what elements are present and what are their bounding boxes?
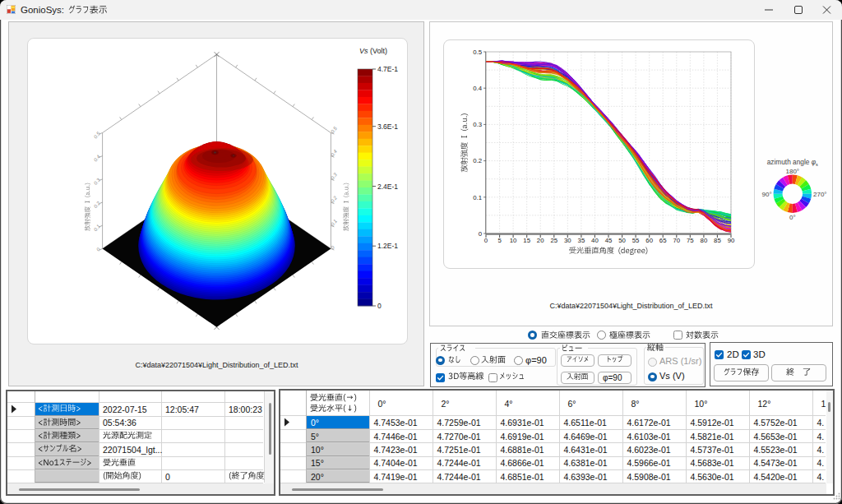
svg-text:Vs (Volt): Vs (Volt)	[359, 47, 387, 55]
svg-text:azimuth angle φs: azimuth angle φs	[767, 158, 818, 167]
svg-text:10: 10	[510, 237, 517, 244]
svg-text:0.4: 0.4	[93, 154, 101, 163]
svg-text:60: 60	[645, 237, 653, 244]
svg-text:70: 70	[673, 237, 680, 244]
svg-text:80: 80	[701, 237, 708, 244]
svg-text:90: 90	[728, 237, 735, 244]
svg-text:270°: 270°	[813, 191, 827, 198]
svg-text:20: 20	[537, 237, 544, 244]
svg-text:0.1: 0.1	[473, 194, 482, 201]
svg-text:65: 65	[659, 237, 667, 244]
svg-text:3.6E-1: 3.6E-1	[377, 123, 398, 131]
svg-text:180°: 180°	[786, 168, 800, 175]
svg-text:35: 35	[578, 237, 585, 244]
svg-text:0.3: 0.3	[93, 177, 101, 186]
svg-text:0: 0	[330, 244, 335, 250]
svg-text:0: 0	[484, 237, 488, 244]
svg-text:25: 25	[550, 237, 557, 244]
svg-text:5: 5	[497, 237, 502, 244]
svg-text:0°: 0°	[789, 214, 796, 221]
svg-text:0.5: 0.5	[93, 131, 101, 140]
svg-text:90°: 90°	[761, 191, 771, 198]
svg-text:0.2: 0.2	[93, 200, 101, 209]
svg-text:0.2: 0.2	[473, 157, 482, 164]
svg-text:40: 40	[591, 237, 599, 244]
svg-text:75: 75	[687, 237, 694, 244]
svg-text:0.3: 0.3	[473, 121, 482, 128]
svg-text:0.5: 0.5	[473, 49, 483, 56]
svg-text:2.4E-1: 2.4E-1	[377, 183, 398, 191]
svg-text:55: 55	[632, 237, 640, 244]
svg-text:0: 0	[479, 230, 483, 238]
svg-text:50: 50	[618, 237, 626, 244]
svg-text:0.1: 0.1	[93, 224, 101, 232]
svg-text:1.2E-1: 1.2E-1	[377, 242, 398, 250]
svg-text:4.7E-1: 4.7E-1	[377, 65, 398, 73]
svg-text:0: 0	[377, 302, 382, 310]
svg-text:45: 45	[605, 237, 613, 244]
svg-text:30: 30	[564, 237, 571, 244]
svg-text:85: 85	[714, 237, 721, 244]
svg-text:15: 15	[523, 237, 530, 244]
svg-text:0.4: 0.4	[473, 85, 483, 92]
svg-text:0.5: 0.5	[330, 125, 338, 134]
